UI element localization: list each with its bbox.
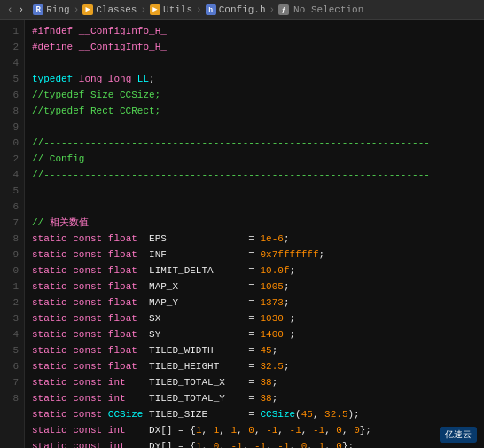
config-h-icon: h xyxy=(206,4,216,15)
code-line-21: static const float TILED_WIDTH = 45; xyxy=(32,342,477,358)
nav-arrows[interactable]: ‹ › xyxy=(5,4,26,15)
breadcrumb-classes-label: Classes xyxy=(96,4,137,15)
code-line-5: //typedef Size CCSize; xyxy=(32,87,477,103)
code-line-12 xyxy=(32,199,477,215)
code-line-2: #define __ConfigInfo_H_ xyxy=(32,39,477,55)
line-numbers: 1 2 4 5 6 8 9 0 2 4 5 6 7 8 9 0 1 2 3 4 … xyxy=(0,20,25,448)
nav-forward-button[interactable]: › xyxy=(17,4,27,15)
no-selection-label: No Selection xyxy=(293,4,363,15)
breadcrumb-func[interactable]: ƒ No Selection xyxy=(278,4,363,15)
code-line-11 xyxy=(32,183,477,199)
ring-icon: R xyxy=(33,4,43,15)
sep-2: › xyxy=(140,4,146,15)
code-editor: 1 2 4 5 6 8 9 0 2 4 5 6 7 8 9 0 1 2 3 4 … xyxy=(0,20,484,448)
code-line-23: static const int TILED_TOTAL_X = 38; xyxy=(32,374,477,390)
code-line-3 xyxy=(32,55,477,71)
code-line-14: static const float EPS = 1e-6; xyxy=(32,231,477,247)
code-line-6: //typedef Rect CCRect; xyxy=(32,103,477,119)
breadcrumb-classes[interactable]: ▶ Classes xyxy=(82,4,137,15)
code-line-8: //--------------------------------------… xyxy=(32,135,477,151)
code-line-22: static const float TILED_HEIGHT = 32.5; xyxy=(32,358,477,374)
classes-folder-icon: ▶ xyxy=(82,4,93,15)
breadcrumb-ring-label: Ring xyxy=(46,4,69,15)
breadcrumb-utils-label: Utils xyxy=(163,4,192,15)
code-line-13: // 相关数值 xyxy=(32,215,477,231)
sep-4: › xyxy=(269,4,276,15)
watermark: 亿速云 xyxy=(440,427,477,443)
code-line-27: static const int DY[] = {1, 0, -1, -1, -… xyxy=(32,438,477,448)
code-line-19: static const float SX = 1030 ; xyxy=(32,310,477,326)
code-line-17: static const float MAP_X = 1005; xyxy=(32,279,477,295)
code-line-18: static const float MAP_Y = 1373; xyxy=(32,295,477,310)
nav-back-button[interactable]: ‹ xyxy=(5,4,15,15)
breadcrumb-bar: ‹ › R Ring › ▶ Classes › ▶ Utils › h Con… xyxy=(0,0,484,20)
sep-3: › xyxy=(196,4,202,15)
code-line-15: static const float INF = 0x7fffffff; xyxy=(32,247,477,263)
code-line-10: //--------------------------------------… xyxy=(32,167,477,183)
breadcrumb-ring[interactable]: R Ring xyxy=(33,4,69,15)
code-text: #ifndef __ConfigInfo_H_ #define __Config… xyxy=(25,20,484,448)
code-line-4: typedef long long LL; xyxy=(32,71,477,87)
breadcrumb-utils[interactable]: ▶ Utils xyxy=(150,4,192,15)
breadcrumb-config-h[interactable]: h Config.h xyxy=(206,4,266,15)
code-line-9: // Config xyxy=(32,151,477,167)
code-line-24: static const int TILED_TOTAL_Y = 38; xyxy=(32,390,477,406)
breadcrumb-config-h-label: Config.h xyxy=(219,4,266,15)
code-line-1: #ifndef __ConfigInfo_H_ xyxy=(32,23,477,39)
code-line-16: static const float LIMIT_DELTA = 10.0f; xyxy=(32,263,477,279)
func-icon: ƒ xyxy=(278,4,289,15)
code-line-26: static const int DX[] = {1, 1, 1, 0, -1,… xyxy=(32,422,477,438)
code-line-20: static const float SY = 1400 ; xyxy=(32,326,477,342)
sep-1: › xyxy=(74,4,80,15)
code-line-7 xyxy=(32,119,477,135)
utils-folder-icon: ▶ xyxy=(150,4,160,15)
code-line-25: static const CCSize TILED_SIZE = CCSize(… xyxy=(32,406,477,422)
